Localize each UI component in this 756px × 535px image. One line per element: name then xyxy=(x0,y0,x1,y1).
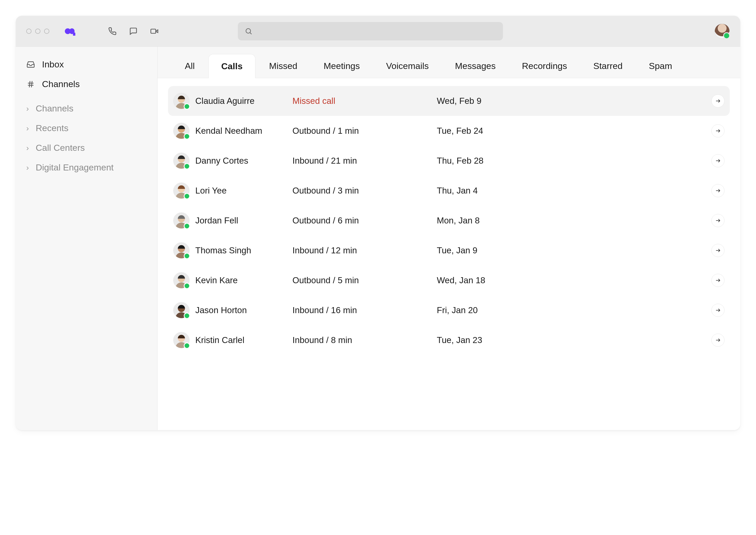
open-call-button[interactable] xyxy=(711,154,724,167)
call-name: Jordan Fell xyxy=(195,215,290,226)
open-call-button[interactable] xyxy=(711,304,724,317)
sidebar-group-channels[interactable]: › Channels xyxy=(16,99,157,118)
body: Inbox Channels › Channels › Recents › Ca… xyxy=(16,47,740,430)
call-date: Mon, Jan 8 xyxy=(437,215,701,226)
tab-messages[interactable]: Messages xyxy=(442,54,508,78)
tab-label: Recordings xyxy=(522,61,567,71)
tab-label: Meetings xyxy=(324,61,360,71)
call-row[interactable]: Claudia Aguirre Missed call Wed, Feb 9 xyxy=(168,86,730,116)
open-call-button[interactable] xyxy=(711,214,724,227)
tab-voicemails[interactable]: Voicemails xyxy=(374,54,441,78)
call-name: Jason Horton xyxy=(195,305,290,315)
chevron-right-icon: › xyxy=(26,124,29,133)
open-call-button[interactable] xyxy=(711,184,724,197)
sidebar-item-label: Recents xyxy=(36,123,69,133)
tab-label: Messages xyxy=(455,61,496,71)
tab-recordings[interactable]: Recordings xyxy=(509,54,580,78)
call-date: Wed, Feb 9 xyxy=(437,96,701,106)
call-row[interactable]: Jason Horton Inbound / 16 min Fri, Jan 2… xyxy=(168,295,730,325)
avatar xyxy=(173,302,190,318)
svg-line-10 xyxy=(32,81,32,87)
call-name: Thomas Singh xyxy=(195,245,290,255)
tab-starred[interactable]: Starred xyxy=(581,54,635,78)
tabs: AllCallsMissedMeetingsVoicemailsMessages… xyxy=(158,47,740,78)
chevron-right-icon: › xyxy=(26,163,29,172)
call-list: Claudia Aguirre Missed call Wed, Feb 9 K… xyxy=(158,78,740,430)
chevron-right-icon: › xyxy=(26,143,29,153)
profile-avatar[interactable] xyxy=(714,24,730,39)
app-window: Inbox Channels › Channels › Recents › Ca… xyxy=(16,16,740,430)
chevron-right-icon: › xyxy=(26,104,29,113)
chat-icon[interactable] xyxy=(128,26,138,37)
sidebar-group-call-centers[interactable]: › Call Centers xyxy=(16,138,157,157)
call-row[interactable]: Thomas Singh Inbound / 12 min Tue, Jan 9 xyxy=(168,236,730,266)
sidebar-group-digital-engagement[interactable]: › Digital Engagement xyxy=(16,157,157,177)
call-detail: Outbound / 3 min xyxy=(292,186,434,196)
call-detail: Outbound / 1 min xyxy=(292,126,434,136)
svg-line-9 xyxy=(29,81,30,87)
arrow-right-icon xyxy=(715,128,721,134)
tab-label: Starred xyxy=(593,61,623,71)
call-detail: Inbound / 21 min xyxy=(292,156,434,166)
svg-point-5 xyxy=(246,29,251,33)
call-date: Thu, Feb 28 xyxy=(437,156,701,166)
window-dot-close-icon[interactable] xyxy=(26,29,32,34)
tab-all[interactable]: All xyxy=(172,54,207,78)
tab-missed[interactable]: Missed xyxy=(257,54,310,78)
topbar xyxy=(16,16,740,47)
avatar xyxy=(173,332,190,348)
call-date: Fri, Jan 20 xyxy=(437,305,701,315)
call-name: Claudia Aguirre xyxy=(195,96,290,106)
open-call-button[interactable] xyxy=(711,95,724,107)
avatar xyxy=(173,272,190,289)
open-call-button[interactable] xyxy=(711,274,724,287)
call-row[interactable]: Kendal Needham Outbound / 1 min Tue, Feb… xyxy=(168,116,730,146)
search-field[interactable] xyxy=(256,27,496,36)
sidebar-item-channels[interactable]: Channels xyxy=(16,74,157,94)
avatar xyxy=(173,123,190,139)
search-input[interactable] xyxy=(238,22,503,41)
arrow-right-icon xyxy=(715,218,721,223)
tab-spam[interactable]: Spam xyxy=(636,54,685,78)
sidebar-item-label: Digital Engagement xyxy=(36,162,114,173)
arrow-right-icon xyxy=(715,307,721,313)
arrow-right-icon xyxy=(715,337,721,343)
call-row[interactable]: Danny Cortes Inbound / 21 min Thu, Feb 2… xyxy=(168,146,730,176)
call-date: Tue, Jan 23 xyxy=(437,335,701,345)
call-row[interactable]: Kevin Kare Outbound / 5 min Wed, Jan 18 xyxy=(168,266,730,295)
tab-meetings[interactable]: Meetings xyxy=(311,54,373,78)
call-row[interactable]: Kristin Carlel Inbound / 8 min Tue, Jan … xyxy=(168,325,730,355)
call-row[interactable]: Jordan Fell Outbound / 6 min Mon, Jan 8 xyxy=(168,206,730,236)
hash-icon xyxy=(26,80,35,89)
tab-label: Missed xyxy=(269,61,297,71)
sidebar-item-label: Channels xyxy=(42,79,80,89)
call-detail: Outbound / 6 min xyxy=(292,215,434,226)
sidebar-group-recents[interactable]: › Recents xyxy=(16,118,157,138)
window-dot-min-icon[interactable] xyxy=(35,29,41,34)
sidebar-item-label: Call Centers xyxy=(36,143,85,153)
call-name: Kendal Needham xyxy=(195,126,290,136)
avatar xyxy=(173,93,190,109)
sidebar-item-inbox[interactable]: Inbox xyxy=(16,55,157,74)
open-call-button[interactable] xyxy=(711,124,724,137)
phone-icon[interactable] xyxy=(107,26,118,37)
sidebar-item-label: Inbox xyxy=(42,59,64,70)
app-logo[interactable] xyxy=(65,27,76,36)
open-call-button[interactable] xyxy=(711,244,724,257)
open-call-button[interactable] xyxy=(711,334,724,347)
call-detail: Inbound / 16 min xyxy=(292,305,434,315)
window-dot-max-icon[interactable] xyxy=(44,29,49,34)
call-date: Thu, Jan 4 xyxy=(437,186,701,196)
arrow-right-icon xyxy=(715,188,721,194)
arrow-right-icon xyxy=(715,158,721,164)
call-name: Lori Yee xyxy=(195,186,290,196)
sidebar: Inbox Channels › Channels › Recents › Ca… xyxy=(16,47,158,430)
call-name: Kristin Carlel xyxy=(195,335,290,345)
window-controls[interactable] xyxy=(26,29,49,34)
tab-label: Calls xyxy=(221,61,243,71)
video-icon[interactable] xyxy=(149,26,160,37)
tab-calls[interactable]: Calls xyxy=(208,54,256,78)
call-row[interactable]: Lori Yee Outbound / 3 min Thu, Jan 4 xyxy=(168,176,730,206)
avatar xyxy=(173,242,190,259)
call-detail: Outbound / 5 min xyxy=(292,275,434,285)
